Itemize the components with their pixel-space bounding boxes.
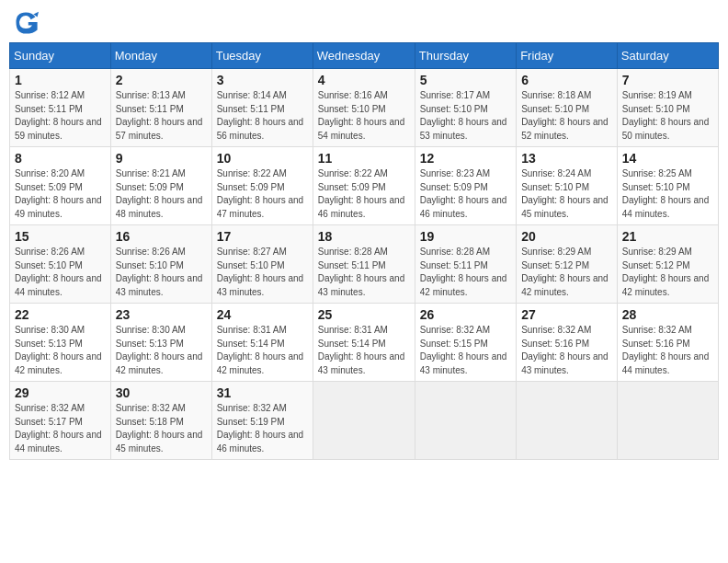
day-number: 16 (116, 229, 207, 244)
day-detail: Sunrise: 8:29 AMSunset: 5:12 PMDaylight:… (622, 246, 713, 299)
calendar-day-cell: 16Sunrise: 8:26 AMSunset: 5:10 PMDayligh… (110, 225, 211, 304)
day-of-week-header: Saturday (617, 43, 718, 69)
calendar-day-cell: 18Sunrise: 8:28 AMSunset: 5:11 PMDayligh… (313, 225, 415, 304)
day-number: 26 (420, 307, 511, 322)
calendar-day-cell (617, 382, 718, 460)
calendar-day-cell: 4Sunrise: 8:16 AMSunset: 5:10 PMDaylight… (313, 69, 415, 147)
calendar-day-cell: 3Sunrise: 8:14 AMSunset: 5:11 PMDaylight… (211, 69, 313, 147)
calendar-day-cell: 14Sunrise: 8:25 AMSunset: 5:10 PMDayligh… (617, 147, 718, 225)
day-number: 25 (318, 307, 410, 322)
calendar-day-cell (313, 382, 415, 460)
days-of-week-row: SundayMondayTuesdayWednesdayThursdayFrid… (10, 43, 719, 69)
day-detail: Sunrise: 8:18 AMSunset: 5:10 PMDaylight:… (521, 89, 612, 143)
day-detail: Sunrise: 8:22 AMSunset: 5:09 PMDaylight:… (318, 167, 410, 221)
day-number: 15 (15, 229, 106, 244)
day-of-week-header: Monday (110, 43, 211, 69)
calendar-day-cell: 22Sunrise: 8:30 AMSunset: 5:13 PMDayligh… (10, 304, 111, 382)
day-detail: Sunrise: 8:12 AMSunset: 5:11 PMDaylight:… (15, 89, 106, 143)
calendar-table: SundayMondayTuesdayWednesdayThursdayFrid… (9, 42, 719, 460)
day-number: 10 (217, 151, 308, 166)
day-detail: Sunrise: 8:32 AMSunset: 5:18 PMDaylight:… (116, 402, 207, 455)
calendar-day-cell (415, 382, 516, 460)
day-detail: Sunrise: 8:32 AMSunset: 5:19 PMDaylight:… (217, 402, 308, 455)
day-detail: Sunrise: 8:20 AMSunset: 5:09 PMDaylight:… (15, 167, 106, 221)
day-number: 4 (318, 73, 410, 87)
day-detail: Sunrise: 8:31 AMSunset: 5:14 PMDaylight:… (318, 324, 410, 377)
calendar-day-cell: 17Sunrise: 8:27 AMSunset: 5:10 PMDayligh… (211, 225, 313, 304)
day-number: 13 (521, 151, 612, 166)
day-number: 27 (521, 307, 612, 322)
day-detail: Sunrise: 8:30 AMSunset: 5:13 PMDaylight:… (15, 324, 106, 377)
day-detail: Sunrise: 8:24 AMSunset: 5:10 PMDaylight:… (521, 167, 612, 221)
calendar-day-cell: 30Sunrise: 8:32 AMSunset: 5:18 PMDayligh… (110, 382, 211, 460)
calendar-day-cell: 21Sunrise: 8:29 AMSunset: 5:12 PMDayligh… (617, 225, 718, 304)
day-number: 9 (116, 151, 207, 166)
day-detail: Sunrise: 8:28 AMSunset: 5:11 PMDaylight:… (318, 246, 410, 299)
day-detail: Sunrise: 8:29 AMSunset: 5:12 PMDaylight:… (521, 246, 612, 299)
day-detail: Sunrise: 8:14 AMSunset: 5:11 PMDaylight:… (217, 89, 308, 143)
day-number: 29 (15, 385, 106, 400)
day-number: 2 (116, 73, 207, 87)
day-number: 21 (622, 229, 713, 244)
day-number: 17 (217, 229, 308, 244)
day-number: 8 (15, 151, 106, 166)
day-of-week-header: Thursday (415, 43, 516, 69)
calendar-week-row: 8Sunrise: 8:20 AMSunset: 5:09 PMDaylight… (10, 147, 719, 225)
calendar-day-cell: 27Sunrise: 8:32 AMSunset: 5:16 PMDayligh… (517, 304, 618, 382)
day-number: 14 (622, 151, 713, 166)
calendar-body: 1Sunrise: 8:12 AMSunset: 5:11 PMDaylight… (10, 69, 719, 460)
day-detail: Sunrise: 8:26 AMSunset: 5:10 PMDaylight:… (116, 246, 207, 299)
day-detail: Sunrise: 8:19 AMSunset: 5:10 PMDaylight:… (622, 89, 713, 143)
calendar-day-cell: 19Sunrise: 8:28 AMSunset: 5:11 PMDayligh… (415, 225, 516, 304)
day-detail: Sunrise: 8:25 AMSunset: 5:10 PMDaylight:… (622, 167, 713, 221)
day-of-week-header: Wednesday (313, 43, 415, 69)
calendar-day-cell: 8Sunrise: 8:20 AMSunset: 5:09 PMDaylight… (10, 147, 111, 225)
day-number: 3 (217, 73, 308, 87)
calendar-day-cell: 15Sunrise: 8:26 AMSunset: 5:10 PMDayligh… (10, 225, 111, 304)
day-detail: Sunrise: 8:32 AMSunset: 5:16 PMDaylight:… (521, 324, 612, 377)
calendar-day-cell: 24Sunrise: 8:31 AMSunset: 5:14 PMDayligh… (211, 304, 313, 382)
day-detail: Sunrise: 8:30 AMSunset: 5:13 PMDaylight:… (116, 324, 207, 377)
day-number: 30 (116, 385, 207, 400)
day-number: 19 (420, 229, 511, 244)
day-number: 22 (15, 307, 106, 322)
day-of-week-header: Sunday (10, 43, 111, 69)
calendar-week-row: 1Sunrise: 8:12 AMSunset: 5:11 PMDaylight… (10, 69, 719, 147)
day-number: 24 (217, 307, 308, 322)
calendar-day-cell: 29Sunrise: 8:32 AMSunset: 5:17 PMDayligh… (10, 382, 111, 460)
day-detail: Sunrise: 8:27 AMSunset: 5:10 PMDaylight:… (217, 246, 308, 299)
day-detail: Sunrise: 8:21 AMSunset: 5:09 PMDaylight:… (116, 167, 207, 221)
logo-icon (13, 9, 39, 35)
day-number: 12 (420, 151, 511, 166)
calendar-day-cell: 11Sunrise: 8:22 AMSunset: 5:09 PMDayligh… (313, 147, 415, 225)
day-detail: Sunrise: 8:31 AMSunset: 5:14 PMDaylight:… (217, 324, 308, 377)
calendar-day-cell: 6Sunrise: 8:18 AMSunset: 5:10 PMDaylight… (517, 69, 618, 147)
calendar-day-cell: 23Sunrise: 8:30 AMSunset: 5:13 PMDayligh… (110, 304, 211, 382)
day-number: 18 (318, 229, 410, 244)
day-of-week-header: Tuesday (211, 43, 313, 69)
calendar-day-cell: 31Sunrise: 8:32 AMSunset: 5:19 PMDayligh… (211, 382, 313, 460)
calendar-day-cell: 13Sunrise: 8:24 AMSunset: 5:10 PMDayligh… (517, 147, 618, 225)
day-detail: Sunrise: 8:28 AMSunset: 5:11 PMDaylight:… (420, 246, 511, 299)
calendar-day-cell: 10Sunrise: 8:22 AMSunset: 5:09 PMDayligh… (211, 147, 313, 225)
calendar-day-cell: 1Sunrise: 8:12 AMSunset: 5:11 PMDaylight… (10, 69, 111, 147)
calendar-day-cell: 7Sunrise: 8:19 AMSunset: 5:10 PMDaylight… (617, 69, 718, 147)
calendar-day-cell: 20Sunrise: 8:29 AMSunset: 5:12 PMDayligh… (517, 225, 618, 304)
day-number: 7 (622, 73, 713, 87)
logo (13, 9, 42, 35)
day-number: 5 (420, 73, 511, 87)
day-number: 6 (521, 73, 612, 87)
day-detail: Sunrise: 8:22 AMSunset: 5:09 PMDaylight:… (217, 167, 308, 221)
calendar-week-row: 29Sunrise: 8:32 AMSunset: 5:17 PMDayligh… (10, 382, 719, 460)
day-number: 20 (521, 229, 612, 244)
calendar-day-cell: 25Sunrise: 8:31 AMSunset: 5:14 PMDayligh… (313, 304, 415, 382)
calendar-day-cell: 9Sunrise: 8:21 AMSunset: 5:09 PMDaylight… (110, 147, 211, 225)
day-number: 11 (318, 151, 410, 166)
calendar-day-cell: 12Sunrise: 8:23 AMSunset: 5:09 PMDayligh… (415, 147, 516, 225)
calendar-day-cell: 28Sunrise: 8:32 AMSunset: 5:16 PMDayligh… (617, 304, 718, 382)
calendar-day-cell: 26Sunrise: 8:32 AMSunset: 5:15 PMDayligh… (415, 304, 516, 382)
day-number: 23 (116, 307, 207, 322)
day-of-week-header: Friday (517, 43, 618, 69)
day-detail: Sunrise: 8:17 AMSunset: 5:10 PMDaylight:… (420, 89, 511, 143)
calendar-week-row: 22Sunrise: 8:30 AMSunset: 5:13 PMDayligh… (10, 304, 719, 382)
